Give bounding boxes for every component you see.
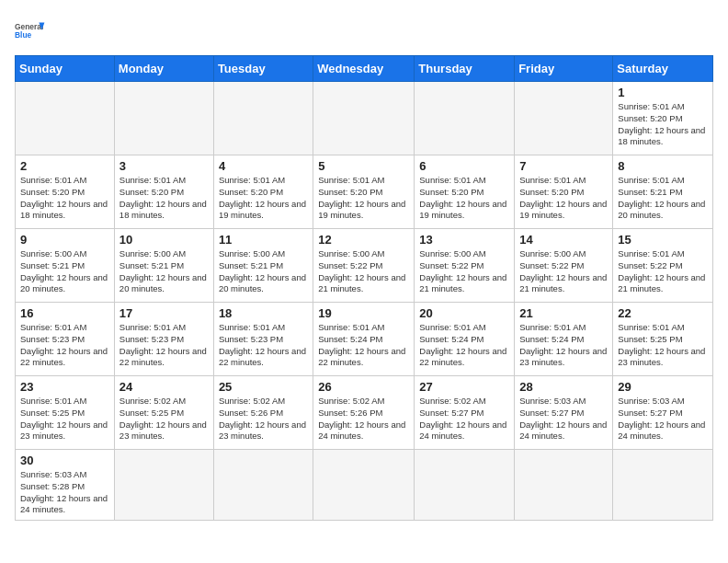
day-info: Sunrise: 5:03 AM Sunset: 5:27 PM Dayligh… bbox=[519, 396, 608, 442]
day-info: Sunrise: 5:01 AM Sunset: 5:24 PM Dayligh… bbox=[318, 322, 409, 369]
day-info: Sunrise: 5:01 AM Sunset: 5:25 PM Dayligh… bbox=[618, 322, 708, 369]
calendar-day-cell bbox=[213, 450, 313, 521]
logo: GeneralBlue bbox=[15, 15, 48, 48]
day-info: Sunrise: 5:00 AM Sunset: 5:21 PM Dayligh… bbox=[119, 248, 209, 295]
weekday-header: Sunday bbox=[16, 56, 115, 82]
day-number: 29 bbox=[618, 380, 708, 394]
calendar-day-cell: 11Sunrise: 5:00 AM Sunset: 5:21 PM Dayli… bbox=[213, 229, 313, 303]
day-number: 22 bbox=[618, 306, 708, 320]
day-number: 16 bbox=[20, 306, 109, 320]
day-info: Sunrise: 5:01 AM Sunset: 5:22 PM Dayligh… bbox=[618, 248, 708, 295]
day-info: Sunrise: 5:01 AM Sunset: 5:20 PM Dayligh… bbox=[618, 101, 708, 148]
day-number: 12 bbox=[318, 233, 409, 247]
calendar-day-cell: 17Sunrise: 5:01 AM Sunset: 5:23 PM Dayli… bbox=[114, 303, 213, 376]
calendar-day-cell bbox=[415, 82, 515, 155]
day-info: Sunrise: 5:03 AM Sunset: 5:27 PM Dayligh… bbox=[618, 396, 708, 442]
weekday-header: Wednesday bbox=[313, 56, 415, 82]
calendar-day-cell: 7Sunrise: 5:01 AM Sunset: 5:20 PM Daylig… bbox=[515, 155, 613, 229]
day-number: 30 bbox=[20, 454, 109, 467]
day-info: Sunrise: 5:01 AM Sunset: 5:21 PM Dayligh… bbox=[618, 175, 708, 222]
calendar-day-cell bbox=[213, 82, 313, 155]
day-number: 27 bbox=[419, 380, 509, 394]
day-number: 15 bbox=[618, 233, 708, 247]
day-info: Sunrise: 5:01 AM Sunset: 5:20 PM Dayligh… bbox=[519, 175, 608, 222]
day-info: Sunrise: 5:01 AM Sunset: 5:20 PM Dayligh… bbox=[318, 175, 409, 222]
day-number: 20 bbox=[419, 306, 509, 320]
day-info: Sunrise: 5:00 AM Sunset: 5:22 PM Dayligh… bbox=[519, 248, 608, 295]
day-number: 2 bbox=[20, 159, 109, 173]
calendar-week-row: 1Sunrise: 5:01 AM Sunset: 5:20 PM Daylig… bbox=[16, 82, 713, 155]
calendar-week-row: 23Sunrise: 5:01 AM Sunset: 5:25 PM Dayli… bbox=[16, 376, 713, 450]
calendar-week-row: 9Sunrise: 5:00 AM Sunset: 5:21 PM Daylig… bbox=[16, 229, 713, 303]
day-number: 17 bbox=[119, 306, 209, 320]
weekday-header: Monday bbox=[114, 56, 213, 82]
svg-text:Blue: Blue bbox=[15, 30, 32, 40]
calendar-day-cell: 24Sunrise: 5:02 AM Sunset: 5:25 PM Dayli… bbox=[114, 376, 213, 450]
calendar-day-cell: 8Sunrise: 5:01 AM Sunset: 5:21 PM Daylig… bbox=[613, 155, 713, 229]
day-number: 14 bbox=[519, 233, 608, 247]
calendar-day-cell: 2Sunrise: 5:01 AM Sunset: 5:20 PM Daylig… bbox=[16, 155, 115, 229]
svg-text:General: General bbox=[15, 22, 43, 31]
day-info: Sunrise: 5:02 AM Sunset: 5:27 PM Dayligh… bbox=[419, 396, 509, 442]
day-number: 28 bbox=[519, 380, 608, 394]
calendar-week-row: 16Sunrise: 5:01 AM Sunset: 5:23 PM Dayli… bbox=[16, 303, 713, 376]
calendar-day-cell: 4Sunrise: 5:01 AM Sunset: 5:20 PM Daylig… bbox=[213, 155, 313, 229]
calendar-day-cell: 15Sunrise: 5:01 AM Sunset: 5:22 PM Dayli… bbox=[613, 229, 713, 303]
calendar-day-cell: 9Sunrise: 5:00 AM Sunset: 5:21 PM Daylig… bbox=[16, 229, 115, 303]
calendar-day-cell: 6Sunrise: 5:01 AM Sunset: 5:20 PM Daylig… bbox=[415, 155, 515, 229]
calendar-day-cell: 27Sunrise: 5:02 AM Sunset: 5:27 PM Dayli… bbox=[415, 376, 515, 450]
day-number: 4 bbox=[219, 159, 308, 173]
calendar-week-row: 2Sunrise: 5:01 AM Sunset: 5:20 PM Daylig… bbox=[16, 155, 713, 229]
calendar-header-row: SundayMondayTuesdayWednesdayThursdayFrid… bbox=[16, 56, 713, 82]
day-info: Sunrise: 5:01 AM Sunset: 5:25 PM Dayligh… bbox=[20, 396, 109, 442]
day-number: 6 bbox=[419, 159, 509, 173]
day-number: 13 bbox=[419, 233, 509, 247]
weekday-header: Friday bbox=[515, 56, 613, 82]
day-number: 10 bbox=[119, 233, 209, 247]
day-number: 24 bbox=[119, 380, 209, 394]
calendar-day-cell: 25Sunrise: 5:02 AM Sunset: 5:26 PM Dayli… bbox=[213, 376, 313, 450]
weekday-header: Tuesday bbox=[213, 56, 313, 82]
day-info: Sunrise: 5:01 AM Sunset: 5:23 PM Dayligh… bbox=[20, 322, 109, 369]
calendar-day-cell bbox=[114, 82, 213, 155]
day-number: 9 bbox=[20, 233, 109, 247]
day-info: Sunrise: 5:02 AM Sunset: 5:26 PM Dayligh… bbox=[318, 396, 409, 442]
weekday-header: Thursday bbox=[415, 56, 515, 82]
page-header: GeneralBlue bbox=[15, 15, 713, 48]
calendar-day-cell: 5Sunrise: 5:01 AM Sunset: 5:20 PM Daylig… bbox=[313, 155, 415, 229]
day-info: Sunrise: 5:00 AM Sunset: 5:21 PM Dayligh… bbox=[20, 248, 109, 295]
day-number: 25 bbox=[219, 380, 308, 394]
day-info: Sunrise: 5:01 AM Sunset: 5:23 PM Dayligh… bbox=[119, 322, 209, 369]
day-number: 7 bbox=[519, 159, 608, 173]
day-number: 21 bbox=[519, 306, 608, 320]
day-info: Sunrise: 5:02 AM Sunset: 5:25 PM Dayligh… bbox=[119, 396, 209, 442]
day-number: 19 bbox=[318, 306, 409, 320]
calendar-day-cell: 29Sunrise: 5:03 AM Sunset: 5:27 PM Dayli… bbox=[613, 376, 713, 450]
day-number: 5 bbox=[318, 159, 409, 173]
calendar-day-cell: 21Sunrise: 5:01 AM Sunset: 5:24 PM Dayli… bbox=[515, 303, 613, 376]
calendar-day-cell: 23Sunrise: 5:01 AM Sunset: 5:25 PM Dayli… bbox=[16, 376, 115, 450]
day-number: 23 bbox=[20, 380, 109, 394]
calendar-day-cell bbox=[613, 450, 713, 521]
calendar-day-cell: 16Sunrise: 5:01 AM Sunset: 5:23 PM Dayli… bbox=[16, 303, 115, 376]
day-number: 18 bbox=[219, 306, 308, 320]
calendar-day-cell: 20Sunrise: 5:01 AM Sunset: 5:24 PM Dayli… bbox=[415, 303, 515, 376]
day-info: Sunrise: 5:01 AM Sunset: 5:24 PM Dayligh… bbox=[519, 322, 608, 369]
calendar-day-cell: 3Sunrise: 5:01 AM Sunset: 5:20 PM Daylig… bbox=[114, 155, 213, 229]
calendar-day-cell: 30Sunrise: 5:03 AM Sunset: 5:28 PM Dayli… bbox=[16, 450, 115, 521]
calendar-day-cell bbox=[16, 82, 115, 155]
calendar-day-cell: 28Sunrise: 5:03 AM Sunset: 5:27 PM Dayli… bbox=[515, 376, 613, 450]
calendar-day-cell: 18Sunrise: 5:01 AM Sunset: 5:23 PM Dayli… bbox=[213, 303, 313, 376]
calendar-day-cell bbox=[313, 450, 415, 521]
day-number: 3 bbox=[119, 159, 209, 173]
day-info: Sunrise: 5:01 AM Sunset: 5:20 PM Dayligh… bbox=[119, 175, 209, 222]
calendar-day-cell: 12Sunrise: 5:00 AM Sunset: 5:22 PM Dayli… bbox=[313, 229, 415, 303]
day-info: Sunrise: 5:03 AM Sunset: 5:28 PM Dayligh… bbox=[20, 469, 109, 516]
calendar-day-cell: 1Sunrise: 5:01 AM Sunset: 5:20 PM Daylig… bbox=[613, 82, 713, 155]
calendar-day-cell bbox=[515, 82, 613, 155]
calendar-day-cell: 19Sunrise: 5:01 AM Sunset: 5:24 PM Dayli… bbox=[313, 303, 415, 376]
calendar-day-cell: 22Sunrise: 5:01 AM Sunset: 5:25 PM Dayli… bbox=[613, 303, 713, 376]
calendar-day-cell: 14Sunrise: 5:00 AM Sunset: 5:22 PM Dayli… bbox=[515, 229, 613, 303]
day-number: 11 bbox=[219, 233, 308, 247]
logo-icon: GeneralBlue bbox=[15, 15, 48, 48]
